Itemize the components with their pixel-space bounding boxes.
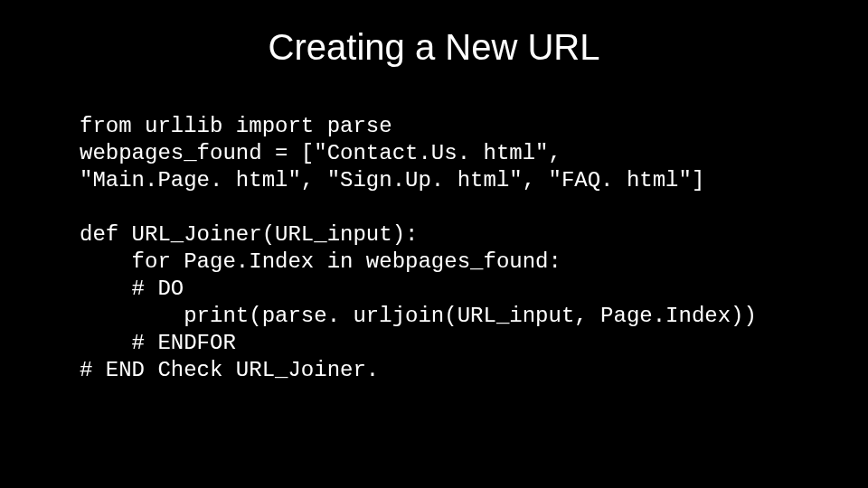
code-line-2: webpages_found = ["Contact.Us. html", <box>80 141 561 165</box>
code-line-10: # END Check URL_Joiner. <box>80 358 379 382</box>
code-line-8: print(parse. urljoin(URL_input, Page.Ind… <box>80 304 757 328</box>
slide: Creating a New URL from urllib import pa… <box>0 0 868 488</box>
slide-title: Creating a New URL <box>0 27 868 68</box>
code-line-9: # ENDFOR <box>80 331 236 355</box>
code-line-5: def URL_Joiner(URL_input): <box>80 222 418 247</box>
code-block: from urllib import parse webpages_found … <box>80 113 814 384</box>
code-line-1: from urllib import parse <box>80 114 392 138</box>
code-line-6: for Page.Index in webpages_found: <box>80 249 561 274</box>
code-line-7: # DO <box>80 277 184 301</box>
code-line-3: "Main.Page. html", "Sign.Up. html", "FAQ… <box>80 168 704 192</box>
